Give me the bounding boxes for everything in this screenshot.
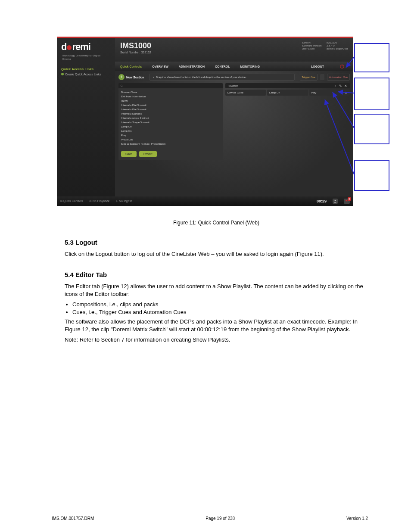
nav-overview[interactable]: OVERVIEW (147, 65, 174, 68)
list-item: Compositions, i.e., clips and packs (72, 301, 368, 308)
header: IMS1000 Serial Number: 332132 Screen:IMS… (115, 38, 353, 62)
macro-item[interactable]: Intervallo Manuale (121, 112, 220, 116)
svg-point-2 (121, 85, 122, 87)
heading-editor: 5.4 Editor Tab (65, 271, 368, 278)
favorites-row: Dowser Close Lamp On Play ✕ (225, 90, 350, 96)
list-item: Cues, i.e., Trigger Cues and Automation … (72, 309, 368, 315)
footer-time: 00:29 (317, 199, 327, 203)
favorite-item[interactable]: Play ✕ (309, 90, 350, 96)
macro-item[interactable]: Exit from intermission (121, 94, 220, 99)
app-screenshot: dremi Technology Leadership for Digital … (57, 37, 353, 206)
power-icon[interactable] (333, 62, 352, 71)
brand-logo: dremi (61, 41, 111, 53)
macro-item[interactable]: Dowser Close (121, 90, 220, 94)
callout-rename-section (354, 114, 389, 144)
automation-cue-button[interactable]: Automation Cue (327, 74, 350, 81)
section-rename-icon[interactable]: ✎ (339, 84, 342, 87)
macro-list: Dowser Close Exit from intermission HDMI… (118, 88, 223, 148)
save-button[interactable]: Save (121, 151, 137, 157)
macro-list-panel: Dowser Close Exit from intermission HDMI… (118, 83, 223, 160)
hint-text: •Drag the Macro from the list on the lef… (149, 74, 295, 81)
macro-item[interactable]: Intervallo scope 3 minuti (121, 116, 220, 120)
nav-quick-controls[interactable]: Quick Controls (115, 65, 147, 68)
trigger-cue-button[interactable]: Trigger Cue (300, 74, 318, 81)
editor-list: Compositions, i.e., clips and packs Cues… (65, 301, 368, 315)
para-logout: Click on the Logout button to log out of… (65, 250, 368, 258)
create-quick-access-link[interactable]: Create Quick Access Links (61, 73, 111, 76)
macro-item[interactable]: Lamp Off (121, 124, 220, 129)
para-timecode: The software also allows the placement o… (65, 318, 368, 333)
header-meta: Screen:IMS1000 Software Version:2.8.4-0 … (302, 41, 348, 50)
nav-logout[interactable]: LOGOUT (306, 65, 329, 68)
panel-body: + New Section •Drag the Macro from the l… (115, 71, 353, 196)
favorite-item[interactable]: Dowser Close (225, 90, 266, 96)
favorites-title: Favorites (228, 84, 239, 87)
para-note: Note: Refer to Section 7 for information… (65, 336, 368, 344)
svg-line-3 (122, 86, 122, 87)
footer-noingest: ⇩ No Ingest (115, 199, 132, 203)
nav-control[interactable]: CONTROL (210, 65, 235, 68)
macro-item[interactable]: Prova Luci (121, 137, 220, 142)
notification-icon[interactable]: 5 (344, 199, 350, 204)
figure-caption: Figure 11: Quick Control Panel (Web) (65, 220, 368, 226)
svg-point-4 (335, 200, 336, 201)
macro-search[interactable] (118, 83, 223, 88)
brand-tagline: Technology Leadership for Digital Cinema (62, 54, 110, 61)
macro-item[interactable]: Intervallo Flat 5 minuti (121, 107, 220, 112)
user-icon[interactable] (333, 199, 338, 204)
main-nav: Quick Controls OVERVIEW ADMINISTRATION C… (115, 62, 353, 71)
footer-quick[interactable]: ⧉ Quick Controls (60, 199, 83, 203)
footer-version: Version 1.2 (346, 516, 368, 521)
document-body: Figure 11: Quick Control Panel (Web) 5.3… (65, 220, 368, 346)
delete-macro-icon[interactable]: ✕ (345, 91, 348, 95)
macro-item[interactable]: Intervallo Flat 3 minuti (121, 103, 220, 107)
search-icon (120, 84, 123, 87)
section-add-icon[interactable]: + (333, 84, 337, 87)
macro-item[interactable]: HDMI (121, 99, 220, 103)
cue-separator (320, 74, 324, 80)
para-editor-intro: The Editor tab (Figure 12) allows the us… (65, 283, 368, 298)
link-icon (61, 73, 64, 75)
macro-item[interactable]: Intervallo Scope 5 minuti (121, 120, 220, 124)
callout-logout (354, 43, 389, 72)
nav-monitoring[interactable]: MONITORING (235, 65, 265, 68)
sidebar: dremi Technology Leadership for Digital … (57, 38, 115, 206)
favorites-header: Favorites + ✎ ✕ (225, 83, 350, 88)
macro-item[interactable]: Play (121, 133, 220, 137)
callout-delete-section (354, 78, 389, 110)
footer-doc-id: IMS.OM.001757.DRM (52, 516, 94, 521)
section-delete-icon[interactable]: ✕ (344, 84, 347, 87)
footer-page-num: Page 19 of 238 (206, 516, 235, 521)
toolbar: + New Section •Drag the Macro from the l… (115, 71, 353, 83)
notification-badge: 5 (348, 197, 351, 201)
callout-delete-macro (354, 160, 389, 191)
macro-item[interactable]: Lamp On (121, 129, 220, 133)
plus-icon: + (118, 74, 125, 80)
favorites-panel: Favorites + ✎ ✕ Dowser Close Lamp On Pla… (225, 83, 350, 160)
quick-access-title: Quick Access Links (61, 67, 111, 71)
heading-logout: 5.3 Logout (65, 239, 368, 246)
serial-number: Serial Number: 332132 (120, 51, 353, 54)
revert-button[interactable]: Revert (139, 151, 157, 157)
macro-item[interactable]: Skip to Segment Feature_Presentation (121, 142, 220, 146)
footer-noplay: ⊘ No Playback (89, 199, 109, 203)
status-bar: ⧉ Quick Controls ⊘ No Playback ⇩ No Inge… (57, 196, 353, 206)
new-section-button[interactable]: + New Section (118, 74, 144, 80)
page-footer: IMS.OM.001757.DRM Page 19 of 238 Version… (52, 516, 368, 521)
nav-administration[interactable]: ADMINISTRATION (174, 65, 210, 68)
favorite-item[interactable]: Lamp On (267, 90, 308, 96)
